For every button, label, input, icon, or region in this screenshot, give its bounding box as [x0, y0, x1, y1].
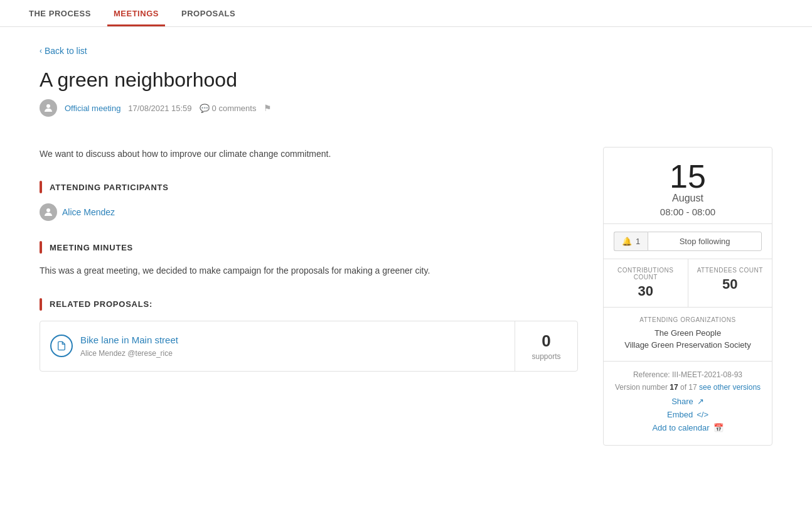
- share-icon: ↗: [697, 397, 704, 406]
- proposal-info: Bike lane in Main street Alice Mendez @t…: [80, 335, 505, 358]
- proposal-supports: 0 supports: [515, 321, 577, 371]
- date-block: 15 August 08:00 - 08:00: [604, 148, 772, 224]
- calendar-icon: 📅: [713, 423, 724, 432]
- stats-block: CONTRIBUTIONS COUNT 30 ATTENDEES COUNT 5…: [604, 259, 772, 308]
- embed-label: Embed: [667, 410, 693, 419]
- orgs-label: ATTENDING ORGANIZATIONS: [614, 316, 762, 323]
- version-total: of 17: [680, 383, 697, 392]
- version-text: Version number 17 of 17 see other versio…: [614, 383, 762, 392]
- version-number: 17: [670, 383, 678, 392]
- proposal-doc-icon: [50, 335, 73, 357]
- proposal-card: Bike lane in Main street Alice Mendez @t…: [40, 321, 578, 372]
- minutes-section: MEETING MINUTES This was a great meeting…: [40, 241, 578, 277]
- comments-link[interactable]: 💬 0 comments: [200, 104, 257, 113]
- proposals-heading: RELATED PROPOSALS:: [40, 298, 578, 311]
- date-day: 15: [614, 160, 762, 193]
- share-link[interactable]: Share ↗: [614, 397, 762, 406]
- sidebar: 15 August 08:00 - 08:00 🔔 1 Stop followi…: [603, 147, 772, 446]
- org-name-2: Village Green Preservation Society: [614, 340, 762, 350]
- date-month: August: [614, 193, 762, 204]
- contributions-stat: CONTRIBUTIONS COUNT 30: [604, 259, 688, 307]
- nav-proposals[interactable]: PROPOSALS: [175, 0, 242, 26]
- sidebar-card: 15 August 08:00 - 08:00 🔔 1 Stop followi…: [603, 147, 772, 446]
- follow-count-button[interactable]: 🔔 1: [614, 232, 648, 251]
- back-chevron-icon: ‹: [40, 46, 42, 55]
- participant-avatar: [40, 203, 57, 221]
- embed-link[interactable]: Embed </>: [614, 410, 762, 419]
- svg-point-0: [46, 104, 50, 108]
- proposal-title[interactable]: Bike lane in Main street: [80, 335, 505, 345]
- attendees-value: 50: [693, 276, 767, 292]
- supports-count: 0: [542, 331, 550, 351]
- back-to-list-label: Back to list: [45, 46, 87, 56]
- reference-text: Reference: III-MEET-2021-08-93: [614, 370, 762, 379]
- minutes-heading: MEETING MINUTES: [40, 241, 578, 254]
- supports-label: supports: [532, 352, 560, 361]
- official-meeting-badge: Official meeting: [65, 104, 120, 113]
- stop-following-button[interactable]: Stop following: [648, 232, 762, 251]
- proposal-author: Alice Mendez @terese_rice: [80, 349, 173, 358]
- participant-name: Alice Mendez: [62, 207, 115, 217]
- add-to-calendar-label: Add to calendar: [652, 423, 709, 432]
- contributions-label: CONTRIBUTIONS COUNT: [609, 267, 683, 281]
- attending-section: ATTENDING PARTICIPANTS Alice Mendez: [40, 181, 578, 221]
- comments-count: 0 comments: [212, 104, 257, 113]
- contributions-value: 30: [609, 283, 683, 299]
- bell-icon: 🔔: [622, 237, 632, 246]
- nav-meetings[interactable]: MEETINGS: [107, 0, 165, 26]
- version-label: Version number: [615, 383, 668, 392]
- attendees-label: ATTENDEES COUNT: [693, 267, 767, 274]
- back-to-list-link[interactable]: ‹ Back to list: [40, 46, 87, 56]
- meta-date: 17/08/2021 15:59: [128, 104, 191, 113]
- follow-count: 1: [636, 237, 640, 246]
- page-title: A green neighborhood: [40, 68, 772, 92]
- minutes-text: This was a great meeting, we decided to …: [40, 264, 578, 277]
- date-time: 08:00 - 08:00: [614, 206, 762, 217]
- add-to-calendar-link[interactable]: Add to calendar 📅: [614, 423, 762, 432]
- participant-item: Alice Mendez: [40, 203, 578, 221]
- nav-the-process[interactable]: THE PROCESS: [23, 0, 97, 26]
- comment-icon: 💬: [200, 104, 210, 113]
- proposal-card-main: Bike lane in Main street Alice Mendez @t…: [40, 321, 515, 371]
- top-navigation: THE PROCESS MEETINGS PROPOSALS: [0, 0, 812, 27]
- org-name-1: The Green People: [614, 328, 762, 338]
- svg-point-1: [46, 208, 50, 212]
- description-text: We want to discuss about how to improve …: [40, 147, 578, 161]
- see-other-versions-link[interactable]: see other versions: [699, 383, 761, 392]
- orgs-block: ATTENDING ORGANIZATIONS The Green People…: [604, 308, 772, 362]
- attendees-stat: ATTENDEES COUNT 50: [688, 259, 772, 307]
- attending-heading: ATTENDING PARTICIPANTS: [40, 181, 578, 193]
- follow-block: 🔔 1 Stop following: [604, 224, 772, 259]
- share-label: Share: [671, 397, 693, 406]
- meta-block: Reference: III-MEET-2021-08-93 Version n…: [604, 362, 772, 445]
- embed-icon: </>: [697, 410, 708, 419]
- main-content: We want to discuss about how to improve …: [40, 147, 578, 446]
- meta-row: Official meeting 17/08/2021 15:59 💬 0 co…: [40, 99, 772, 117]
- proposals-section: RELATED PROPOSALS: Bike lane in Main str…: [40, 298, 578, 372]
- author-avatar: [40, 99, 57, 117]
- flag-icon: ⚑: [264, 103, 272, 113]
